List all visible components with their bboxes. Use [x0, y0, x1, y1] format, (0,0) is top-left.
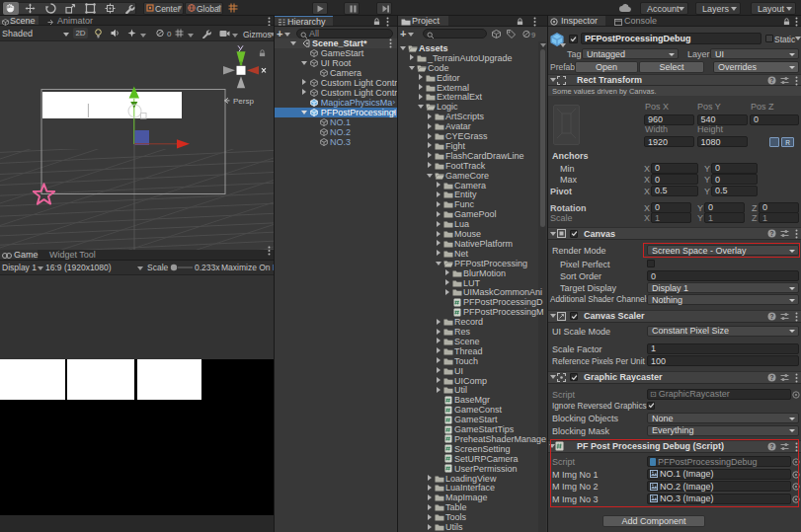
- svg-text:?: ?: [770, 230, 774, 237]
- svg-text:?: ?: [770, 312, 774, 319]
- svg-text:?: ?: [770, 373, 774, 380]
- svg-text:Persp: Persp: [233, 97, 254, 106]
- svg-text:?: ?: [770, 76, 774, 83]
